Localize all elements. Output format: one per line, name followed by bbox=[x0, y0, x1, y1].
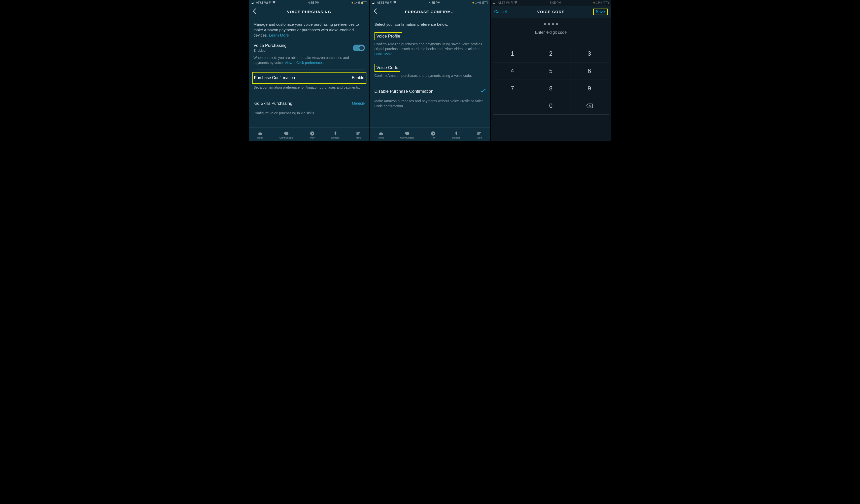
statusbar-left: AT&T Wi-Fi bbox=[372, 1, 397, 4]
disable-confirmation-label: Disable Purchase Confirmation bbox=[374, 89, 433, 94]
statusbar-right: 14% bbox=[472, 1, 488, 4]
voice-profile-label: Voice Profile bbox=[376, 34, 400, 39]
battery-icon bbox=[482, 1, 488, 4]
statusbar-left: AT&T Wi-Fi bbox=[252, 1, 276, 4]
statusbar-left: AT&T Wi-Fi bbox=[493, 1, 518, 4]
battery-percent: 14% bbox=[354, 1, 360, 4]
signal-icon bbox=[372, 1, 376, 4]
key-2[interactable]: 2 bbox=[532, 45, 570, 62]
kid-skills-label: Kid Skills Purchasing bbox=[254, 101, 292, 106]
key-1[interactable]: 1 bbox=[493, 45, 532, 62]
carrier-label: AT&T Wi-Fi bbox=[256, 1, 271, 4]
page-description: Manage and customize your voice purchasi… bbox=[254, 21, 365, 38]
statusbar-time: 4:55 PM bbox=[429, 1, 441, 4]
tab-communicate[interactable]: Communicate bbox=[400, 131, 414, 139]
kid-skills-row[interactable]: Kid Skills Purchasing Manage bbox=[254, 98, 365, 109]
page-title: VOICE CODE bbox=[537, 10, 564, 14]
carrier-label: AT&T Wi-Fi bbox=[377, 1, 392, 4]
key-5[interactable]: 5 bbox=[532, 62, 570, 80]
statusbar-right: 14% bbox=[352, 1, 367, 4]
key-4[interactable]: 4 bbox=[493, 62, 532, 80]
voice-code-label: Voice Code bbox=[376, 65, 398, 70]
back-button[interactable] bbox=[373, 8, 377, 15]
page-description: Select your confirmation preference belo… bbox=[374, 21, 486, 27]
carrier-label: AT&T Wi-Fi bbox=[498, 1, 513, 4]
signal-icon bbox=[493, 1, 497, 4]
disable-confirmation-option[interactable]: Disable Purchase Confirmation bbox=[374, 86, 486, 97]
code-dots bbox=[491, 23, 611, 25]
signal-icon bbox=[252, 1, 255, 4]
tab-play[interactable]: Play bbox=[310, 131, 315, 139]
cancel-button[interactable]: Cancel bbox=[494, 10, 507, 14]
tab-more[interactable]: More bbox=[356, 131, 361, 139]
key-3[interactable]: 3 bbox=[570, 45, 609, 62]
statusbar-time: 5:05 PM bbox=[550, 1, 561, 4]
voice-purchasing-toggle[interactable] bbox=[353, 45, 365, 51]
code-prompt: Enter 4-digit code bbox=[491, 30, 611, 35]
save-button[interactable]: Save bbox=[593, 9, 607, 15]
wifi-icon bbox=[393, 1, 397, 4]
voice-code-option[interactable]: Voice Code bbox=[374, 60, 486, 72]
page-title: VOICE PURCHASING bbox=[287, 10, 331, 14]
checkmark-icon bbox=[480, 88, 486, 95]
statusbar-time: 4:55 PM bbox=[308, 1, 319, 4]
recording-indicator-icon bbox=[472, 2, 474, 3]
purchase-confirmation-label: Purchase Confirmation bbox=[254, 75, 295, 80]
key-7[interactable]: 7 bbox=[493, 80, 532, 97]
key-9[interactable]: 9 bbox=[570, 80, 609, 97]
learn-more-link[interactable]: Learn More bbox=[374, 52, 392, 56]
key-0[interactable]: 0 bbox=[532, 97, 570, 114]
statusbar-right: 13% bbox=[593, 1, 608, 4]
purchase-confirmation-hint: Set a confirmation preference for Amazon… bbox=[254, 85, 365, 94]
disable-confirmation-hint: Make Amazon purchases and payments witho… bbox=[374, 99, 486, 109]
wifi-icon bbox=[272, 1, 276, 4]
voice-profile-option[interactable]: Voice Profile bbox=[374, 32, 486, 40]
tab-more[interactable]: More bbox=[476, 131, 482, 139]
tab-home[interactable]: Home bbox=[257, 131, 263, 139]
learn-more-link[interactable]: Learn More bbox=[269, 33, 289, 37]
battery-icon bbox=[361, 1, 367, 4]
wifi-icon bbox=[514, 1, 517, 4]
tab-devices[interactable]: Devices bbox=[331, 131, 340, 139]
backspace-icon bbox=[586, 103, 593, 108]
key-6[interactable]: 6 bbox=[570, 62, 609, 80]
battery-percent: 13% bbox=[596, 1, 602, 4]
purchase-confirmation-row[interactable]: Purchase Confirmation Enable bbox=[252, 72, 367, 84]
tab-communicate[interactable]: Communicate bbox=[279, 131, 293, 139]
one-click-link[interactable]: View 1-Click preferences bbox=[285, 61, 324, 65]
recording-indicator-icon bbox=[352, 2, 353, 3]
key-blank bbox=[493, 97, 532, 114]
voice-purchasing-label: Voice Purchasing bbox=[254, 43, 287, 48]
purchase-confirmation-action[interactable]: Enable bbox=[352, 75, 364, 80]
voice-profile-hint: Confirm Amazon purchases and payments us… bbox=[374, 42, 486, 57]
battery-icon bbox=[603, 1, 609, 4]
kid-skills-hint: Configure voice purchasing in kid skills… bbox=[254, 111, 365, 116]
battery-percent: 14% bbox=[475, 1, 481, 4]
key-8[interactable]: 8 bbox=[532, 80, 570, 97]
tab-devices[interactable]: Devices bbox=[452, 131, 460, 139]
numeric-keypad: 1 2 3 4 5 6 7 8 9 0 bbox=[491, 45, 611, 115]
tab-play[interactable]: Play bbox=[430, 131, 436, 139]
back-button[interactable] bbox=[253, 8, 256, 15]
recording-indicator-icon bbox=[593, 2, 595, 3]
kid-skills-action[interactable]: Manage bbox=[352, 101, 365, 105]
key-backspace[interactable] bbox=[570, 97, 609, 114]
voice-purchasing-hint: When enabled, you are able to make Amazo… bbox=[254, 55, 365, 70]
voice-purchasing-status: Enabled bbox=[254, 48, 287, 53]
tab-home[interactable]: Home bbox=[378, 131, 384, 139]
voice-code-hint: Confirm Amazon purchases and payments us… bbox=[374, 73, 486, 78]
page-title: PURCHASE CONFIRM… bbox=[405, 10, 455, 14]
